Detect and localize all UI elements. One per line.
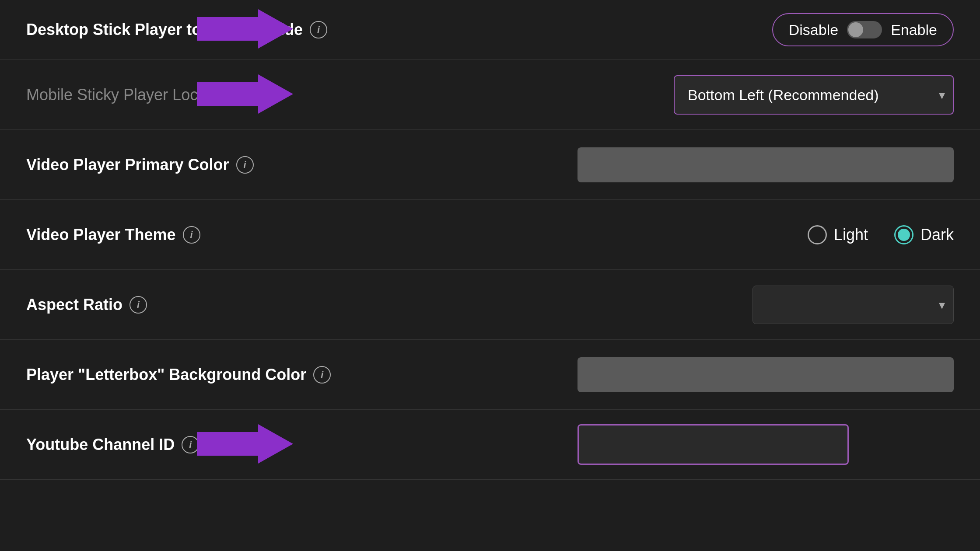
video-player-theme-row: Video Player Theme i Light Dark xyxy=(0,200,980,270)
theme-radio-group: Light Dark xyxy=(808,225,954,244)
letterbox-color-label-side: Player "Letterbox" Background Color i xyxy=(26,366,332,384)
letterbox-color-info-icon[interactable]: i xyxy=(313,366,331,384)
aspect-ratio-label-side: Aspect Ratio i xyxy=(26,296,332,314)
video-player-color-info-icon[interactable]: i xyxy=(236,156,254,174)
arrow-desktop-stick xyxy=(197,9,293,50)
mobile-location-dropdown-wrapper: Bottom Left (Recommended) Bottom Right T… xyxy=(674,75,954,115)
mobile-sticky-row: Mobile Sticky Player Location Bottom Lef… xyxy=(0,60,980,130)
video-player-theme-label-side: Video Player Theme i xyxy=(26,226,332,244)
youtube-channel-input[interactable] xyxy=(578,424,849,465)
video-player-color-label: Video Player Primary Color xyxy=(26,156,229,174)
svg-marker-1 xyxy=(197,74,293,114)
youtube-channel-label: Youtube Channel ID xyxy=(26,436,175,454)
video-player-theme-control: Light Dark xyxy=(332,225,954,244)
aspect-ratio-info-icon[interactable]: i xyxy=(130,296,147,314)
aspect-ratio-row: Aspect Ratio i 16:9 4:3 1:1 ▾ xyxy=(0,270,980,340)
youtube-channel-row: Youtube Channel ID i xyxy=(0,410,980,480)
theme-dark-option[interactable]: Dark xyxy=(894,225,954,244)
theme-dark-label: Dark xyxy=(920,226,954,244)
desktop-stick-toggle-container: Disable Enable xyxy=(772,13,954,46)
theme-dark-radio[interactable] xyxy=(894,225,914,244)
aspect-ratio-dropdown[interactable]: 16:9 4:3 1:1 xyxy=(752,286,954,324)
aspect-ratio-dropdown-wrapper: 16:9 4:3 1:1 ▾ xyxy=(752,286,954,324)
settings-container: Desktop Stick Player to Content Side i D… xyxy=(0,0,980,551)
mobile-location-dropdown[interactable]: Bottom Left (Recommended) Bottom Right T… xyxy=(674,75,954,115)
desktop-stick-toggle[interactable] xyxy=(847,21,882,38)
aspect-ratio-control: 16:9 4:3 1:1 ▾ xyxy=(332,286,954,324)
desktop-stick-info-icon[interactable]: i xyxy=(310,21,327,38)
youtube-channel-control xyxy=(332,424,954,465)
enable-label: Enable xyxy=(891,21,937,38)
letterbox-color-label: Player "Letterbox" Background Color xyxy=(26,366,306,384)
video-player-color-input[interactable] xyxy=(578,147,954,182)
arrow-mobile-sticky xyxy=(197,74,293,115)
aspect-ratio-label: Aspect Ratio xyxy=(26,296,122,314)
disable-label: Disable xyxy=(789,21,838,38)
svg-marker-0 xyxy=(197,9,293,49)
letterbox-color-row: Player "Letterbox" Background Color i xyxy=(0,340,980,410)
letterbox-color-input[interactable] xyxy=(578,357,954,392)
theme-light-option[interactable]: Light xyxy=(808,225,868,244)
svg-marker-2 xyxy=(197,424,293,464)
video-player-color-control xyxy=(332,147,954,182)
video-player-theme-label: Video Player Theme xyxy=(26,226,176,244)
mobile-sticky-control: Bottom Left (Recommended) Bottom Right T… xyxy=(332,75,954,115)
desktop-stick-control: Disable Enable xyxy=(332,13,954,46)
arrow-youtube xyxy=(197,424,293,465)
video-player-theme-info-icon[interactable]: i xyxy=(183,226,200,244)
video-player-color-label-side: Video Player Primary Color i xyxy=(26,156,332,174)
video-player-color-row: Video Player Primary Color i xyxy=(0,130,980,200)
theme-light-radio[interactable] xyxy=(808,225,827,244)
desktop-stick-row: Desktop Stick Player to Content Side i D… xyxy=(0,0,980,60)
letterbox-color-control xyxy=(332,357,954,392)
theme-light-label: Light xyxy=(834,226,868,244)
